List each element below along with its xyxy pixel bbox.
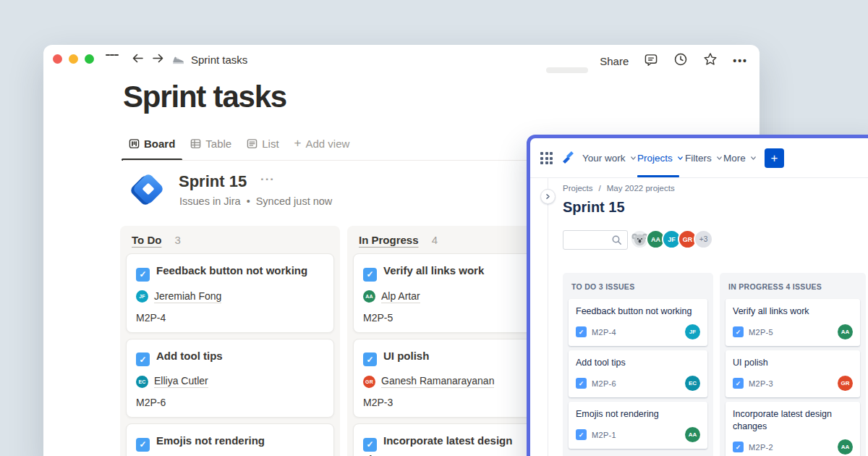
- sidebar-menu-icon[interactable]: [106, 54, 119, 59]
- add-view-button[interactable]: + Add view: [294, 136, 350, 151]
- create-issue-button[interactable]: + Create issue: [569, 453, 707, 456]
- history-clock-icon[interactable]: [673, 52, 688, 69]
- chevron-down-icon: [676, 154, 684, 162]
- breadcrumb: Projects / May 2022 projects: [563, 184, 675, 193]
- table-view-icon: [190, 138, 201, 149]
- back-arrow-icon[interactable]: [131, 52, 145, 64]
- checkbox-icon[interactable]: [363, 352, 377, 366]
- card-title: Add tool tips: [156, 350, 223, 362]
- app-switcher-grid-icon[interactable]: [540, 152, 553, 164]
- share-button[interactable]: Share: [600, 55, 629, 67]
- column-title[interactable]: To Do: [132, 234, 161, 246]
- jira-card[interactable]: Verify all links work M2P-5AA: [726, 299, 860, 346]
- assignee-link[interactable]: Jeremiah Fong: [154, 290, 221, 303]
- column-title[interactable]: In Progress: [359, 234, 419, 246]
- window-zoom-button[interactable]: [85, 54, 94, 64]
- jira-sprint-logo-icon: [132, 172, 165, 206]
- card-title: Verify all links work: [383, 264, 484, 276]
- card-title: UI polish: [733, 357, 853, 369]
- sprint-source: Issues in Jira: [179, 195, 241, 207]
- board-column-todo: To Do 3 Feedback button not working JFJe…: [120, 226, 340, 456]
- jira-column-inprogress: IN PROGRESS 4 ISSUES Verify all links wo…: [720, 273, 866, 456]
- assignee-link[interactable]: Elliya Cutler: [154, 375, 208, 388]
- tab-list[interactable]: List: [247, 138, 278, 150]
- assignee-link[interactable]: Alp Artar: [381, 290, 420, 303]
- favorite-star-icon[interactable]: [703, 52, 718, 69]
- jira-top-nav: Your work Projects Filters More +: [530, 138, 868, 177]
- board-members: AA JF GR +3: [630, 229, 713, 249]
- card-title: Incorporate latest design changes: [363, 434, 512, 456]
- checkbox-icon[interactable]: [136, 268, 150, 282]
- task-type-icon: [733, 326, 744, 337]
- board-title: Sprint 15: [563, 199, 625, 216]
- nav-your-work[interactable]: Your work: [582, 138, 637, 177]
- card-title: Emojis not rendering: [156, 434, 265, 447]
- checkbox-icon[interactable]: [136, 438, 150, 452]
- search-icon: [611, 235, 623, 246]
- board-card[interactable]: Add tool tips ECElliya Cutler M2P-6: [126, 339, 334, 418]
- nav-more[interactable]: More: [723, 138, 757, 177]
- column-count: 3: [175, 234, 181, 246]
- avatar: AA: [363, 290, 375, 303]
- issue-key: M2P-4: [136, 312, 324, 324]
- breadcrumb-projects[interactable]: Projects: [563, 184, 593, 193]
- nav-projects[interactable]: Projects: [637, 138, 684, 177]
- jira-card[interactable]: UI polish M2P-3GR: [726, 350, 860, 397]
- window-close-button[interactable]: [53, 54, 62, 64]
- jira-card[interactable]: Add tool tips M2P-6EC: [569, 350, 707, 397]
- card-title: Feedback button not working: [576, 305, 700, 318]
- issue-key: M2P-4: [592, 328, 616, 337]
- issue-key: M2P-6: [592, 379, 616, 388]
- sprint-title: Sprint 15: [179, 172, 247, 191]
- issue-key: M2P-2: [749, 443, 773, 452]
- window-minimize-button[interactable]: [69, 54, 78, 64]
- breadcrumb-current[interactable]: May 2022 projects: [607, 184, 675, 193]
- chevron-right-icon: [544, 193, 552, 200]
- page-emoji-shoe-icon: [171, 53, 185, 66]
- avatar[interactable]: JF: [685, 324, 700, 339]
- assignee-link[interactable]: Ganesh Ramanarayanan: [381, 375, 494, 388]
- bullet-separator: •: [247, 195, 250, 207]
- avatar[interactable]: AA: [838, 324, 853, 339]
- sidebar-rail: [548, 178, 548, 456]
- jira-logo-icon[interactable]: [561, 150, 576, 168]
- avatar[interactable]: GR: [838, 376, 853, 391]
- avatar[interactable]: EC: [685, 376, 700, 391]
- card-title: Verify all links work: [733, 305, 853, 318]
- task-type-icon: [576, 429, 587, 440]
- issue-key: M2P-5: [749, 328, 773, 337]
- board-card[interactable]: Emojis not rendering AAAlp Artar: [126, 423, 334, 456]
- tab-table[interactable]: Table: [190, 138, 231, 150]
- breadcrumb-separator: /: [599, 184, 601, 193]
- avatar: JF: [136, 290, 148, 303]
- column-header: IN PROGRESS 4 ISSUES: [726, 279, 860, 299]
- jira-card[interactable]: Incorporate latest design changes M2P-2A…: [726, 402, 860, 456]
- search-input[interactable]: [563, 230, 628, 250]
- checkbox-icon[interactable]: [136, 352, 150, 366]
- column-header: TO DO 3 ISSUES: [569, 279, 707, 299]
- avatar[interactable]: AA: [685, 427, 700, 442]
- chevron-down-icon: [629, 154, 637, 162]
- avatar[interactable]: AA: [838, 439, 853, 455]
- sidebar-expand-button[interactable]: [540, 189, 556, 204]
- tab-board[interactable]: Board: [129, 138, 175, 150]
- checkbox-icon[interactable]: [363, 268, 377, 282]
- create-button[interactable]: +: [765, 148, 784, 168]
- faint-highlight: [546, 67, 588, 73]
- board-card[interactable]: Feedback button not working JFJeremiah F…: [126, 253, 334, 333]
- checkbox-icon[interactable]: [363, 438, 377, 452]
- sprint-subtitle: Issues in Jira • Synced just now: [179, 195, 332, 207]
- card-title: Emojis not rendering: [576, 408, 700, 421]
- forward-arrow-icon[interactable]: [151, 52, 165, 64]
- jira-card[interactable]: Emojis not rendering M2P-1AA: [569, 402, 707, 449]
- more-options-icon[interactable]: •••: [733, 55, 748, 67]
- jira-card[interactable]: Feedback button not working M2P-4JF: [569, 299, 707, 346]
- chevron-down-icon: [749, 154, 757, 162]
- sprint-more-icon[interactable]: ···: [260, 172, 275, 187]
- comments-icon[interactable]: [644, 53, 658, 69]
- issue-key: M2P-3: [749, 379, 773, 388]
- task-type-icon: [576, 326, 587, 337]
- nav-filters[interactable]: Filters: [685, 138, 723, 177]
- avatar-overflow[interactable]: +3: [694, 229, 713, 249]
- plus-icon: +: [294, 136, 302, 151]
